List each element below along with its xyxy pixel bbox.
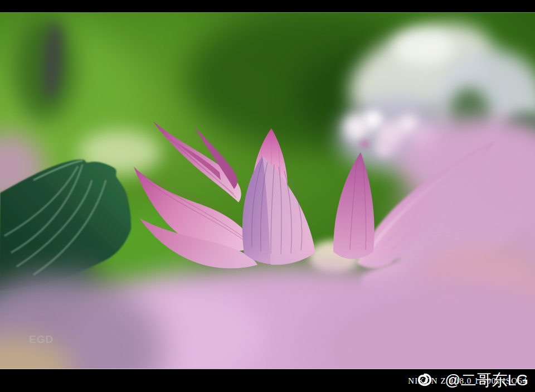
author-watermark: @二哥东LG — [445, 370, 528, 391]
egd-watermark: EGD — [29, 333, 54, 346]
petal-right-tall — [333, 152, 374, 259]
photograph: EGD — [0, 12, 535, 369]
watermark-logo-icon — [416, 371, 434, 389]
bottom-bar: NIKON Z 9 f8.0 1/500s ISO64 @二哥东LG — [0, 369, 535, 392]
photo-frame: EGD NIKON Z 9 f8.0 1/500s ISO64 @二哥东LG — [0, 0, 535, 392]
